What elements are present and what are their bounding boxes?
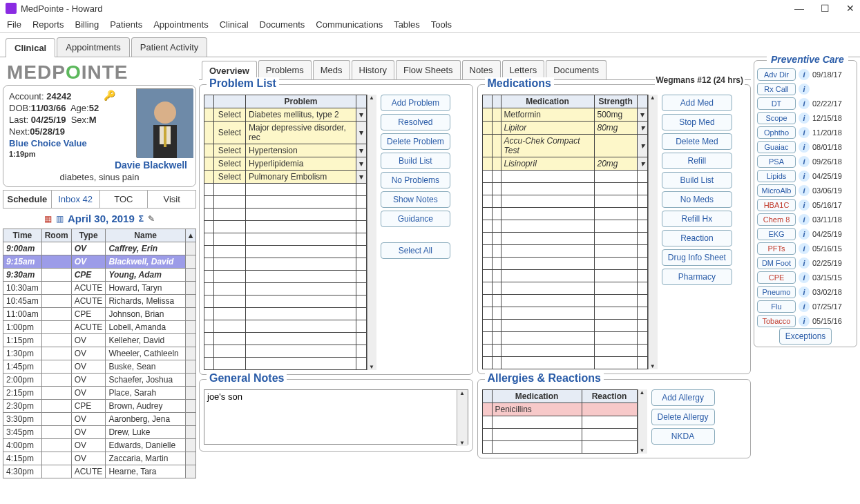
- schedule-row[interactable]: 9:30amCPEYoung, Adam: [3, 269, 196, 282]
- problem-btn-guidance[interactable]: Guidance: [381, 211, 450, 227]
- medication-row[interactable]: [482, 208, 647, 220]
- calendar-icon-2[interactable]: ▥: [56, 214, 64, 224]
- problem-name-header[interactable]: Problem: [246, 95, 356, 108]
- medication-row[interactable]: [482, 345, 647, 357]
- preventive-btn-scope[interactable]: Scope: [757, 112, 796, 124]
- calendar-icon[interactable]: ▦: [44, 214, 52, 224]
- preventive-btn-psa[interactable]: PSA: [757, 155, 796, 168]
- problem-row[interactable]: SelectDiabetes mellitus, type 2▾: [204, 108, 367, 122]
- problem-row[interactable]: SelectMajor depressive disorder, rec▾: [204, 122, 367, 144]
- preventive-btn-microalb[interactable]: MicroAlb: [757, 184, 796, 197]
- problem-row[interactable]: [204, 345, 367, 358]
- problem-row[interactable]: [204, 221, 367, 233]
- preventive-btn-flu[interactable]: Flu: [757, 300, 796, 313]
- medication-row[interactable]: [482, 295, 647, 307]
- info-icon[interactable]: i: [799, 272, 810, 283]
- menu-communications[interactable]: Communications: [316, 19, 383, 30]
- problem-btn-add-problem[interactable]: Add Problem: [381, 95, 450, 111]
- medication-row[interactable]: [482, 332, 647, 345]
- preventive-btn-guaiac[interactable]: Guaiac: [757, 141, 796, 153]
- problem-scrollbar[interactable]: [367, 95, 376, 370]
- medication-row[interactable]: [482, 233, 647, 245]
- medication-row[interactable]: [482, 171, 647, 183]
- menu-file[interactable]: File: [7, 19, 21, 30]
- schedule-row[interactable]: 1:30pmOVWheeler, Cathleeln: [3, 347, 196, 360]
- problem-row[interactable]: [204, 246, 367, 258]
- subtab-schedule[interactable]: Schedule: [3, 191, 52, 208]
- medication-row[interactable]: Lisinopril20mg▾: [482, 157, 647, 171]
- minimize-button[interactable]: —: [794, 3, 804, 14]
- menu-appointments[interactable]: Appointments: [153, 19, 209, 30]
- menu-tools[interactable]: Tools: [431, 19, 452, 30]
- problem-row[interactable]: [204, 283, 367, 295]
- medication-row[interactable]: [482, 282, 647, 295]
- schedule-row[interactable]: 3:30pmOVAaronberg, Jena: [3, 413, 196, 426]
- allergy-row[interactable]: Penicillins: [482, 403, 637, 416]
- problem-row[interactable]: [204, 320, 367, 333]
- tab-documents[interactable]: Documents: [546, 60, 606, 79]
- preventive-btn-pfts[interactable]: PFTs: [757, 242, 796, 255]
- allergy-scrollbar[interactable]: [638, 389, 647, 454]
- medication-row[interactable]: [482, 270, 647, 282]
- problem-btn-select-all[interactable]: Select All: [381, 242, 450, 259]
- med-btn-refill-hx[interactable]: Refill Hx: [662, 211, 732, 227]
- tab-meds[interactable]: Meds: [313, 60, 350, 79]
- schedule-row[interactable]: 11:00amCPEJohnson, Brian: [3, 308, 196, 321]
- info-icon[interactable]: i: [799, 156, 810, 167]
- preventive-btn-pneumo[interactable]: Pneumo: [757, 286, 796, 298]
- problem-btn-no-problems[interactable]: No Problems: [381, 172, 450, 188]
- med-btn-drug-info-sheet[interactable]: Drug Info Sheet: [662, 249, 732, 266]
- tab-history[interactable]: History: [352, 60, 394, 79]
- preventive-btn-chem-8[interactable]: Chem 8: [757, 213, 796, 226]
- med-btn-no-meds[interactable]: No Meds: [662, 191, 732, 208]
- problem-btn-delete-problem[interactable]: Delete Problem: [381, 133, 450, 150]
- menu-tables[interactable]: Tables: [394, 19, 420, 30]
- schedule-row[interactable]: 1:15pmOVKelleher, David: [3, 334, 196, 347]
- sched-col-time[interactable]: Time: [3, 229, 42, 242]
- menu-patients[interactable]: Patients: [110, 19, 142, 30]
- med-btn-delete-med[interactable]: Delete Med: [662, 133, 732, 150]
- info-icon[interactable]: i: [799, 113, 810, 124]
- schedule-row[interactable]: 10:45amACUTERichards, Melissa: [3, 295, 196, 308]
- med-strength-header[interactable]: Strength: [594, 95, 637, 108]
- preventive-btn-hba1c[interactable]: HBA1C: [757, 199, 796, 211]
- med-btn-stop-med[interactable]: Stop Med: [662, 114, 732, 130]
- menu-reports[interactable]: Reports: [32, 19, 64, 30]
- subtab-toc[interactable]: TOC: [100, 191, 149, 208]
- maximize-button[interactable]: ☐: [821, 3, 830, 14]
- problem-btn-build-list[interactable]: Build List: [381, 153, 450, 169]
- info-icon[interactable]: i: [799, 200, 810, 211]
- schedule-row[interactable]: 1:00pmACUTELobell, Amanda: [3, 321, 196, 334]
- info-icon[interactable]: i: [799, 98, 810, 109]
- medication-row[interactable]: [482, 307, 647, 320]
- schedule-row[interactable]: 4:15pmOVZaccaria, Martin: [3, 452, 196, 465]
- preventive-btn-ophtho[interactable]: Ophtho: [757, 126, 796, 139]
- info-icon[interactable]: i: [799, 301, 810, 312]
- subtab-inbox[interactable]: Inbox 42: [52, 191, 100, 208]
- medication-row[interactable]: Lipitor80mg▾: [482, 122, 647, 135]
- info-icon[interactable]: i: [799, 84, 810, 95]
- sched-col-room[interactable]: Room: [41, 229, 71, 242]
- schedule-row[interactable]: 9:00amOVCaffrey, Erin: [3, 242, 196, 255]
- problem-row[interactable]: [204, 209, 367, 221]
- problem-row[interactable]: SelectPulmonary Embolism▾: [204, 171, 367, 184]
- info-icon[interactable]: i: [799, 287, 810, 298]
- med-btn-add-med[interactable]: Add Med: [662, 95, 732, 111]
- notes-scrollbar[interactable]: ▲▼: [457, 390, 468, 446]
- close-button[interactable]: ✕: [846, 3, 854, 14]
- info-icon[interactable]: i: [799, 171, 810, 182]
- schedule-row[interactable]: 4:00pmOVEdwards, Danielle: [3, 439, 196, 452]
- problem-row[interactable]: [204, 271, 367, 283]
- medication-row[interactable]: [482, 195, 647, 208]
- problem-row[interactable]: [204, 358, 367, 370]
- problem-btn-show-notes[interactable]: Show Notes: [381, 191, 450, 208]
- subtab-visit[interactable]: Visit: [148, 191, 195, 208]
- problem-row[interactable]: [204, 196, 367, 209]
- med-btn-pharmacy[interactable]: Pharmacy: [662, 269, 732, 285]
- problem-row[interactable]: [204, 258, 367, 271]
- med-btn-reaction[interactable]: Reaction: [662, 230, 732, 246]
- sigma-icon[interactable]: Σ: [139, 214, 144, 224]
- menu-clinical[interactable]: Clinical: [220, 19, 249, 30]
- exceptions-button[interactable]: Exceptions: [779, 328, 832, 345]
- tab-problems[interactable]: Problems: [258, 60, 312, 79]
